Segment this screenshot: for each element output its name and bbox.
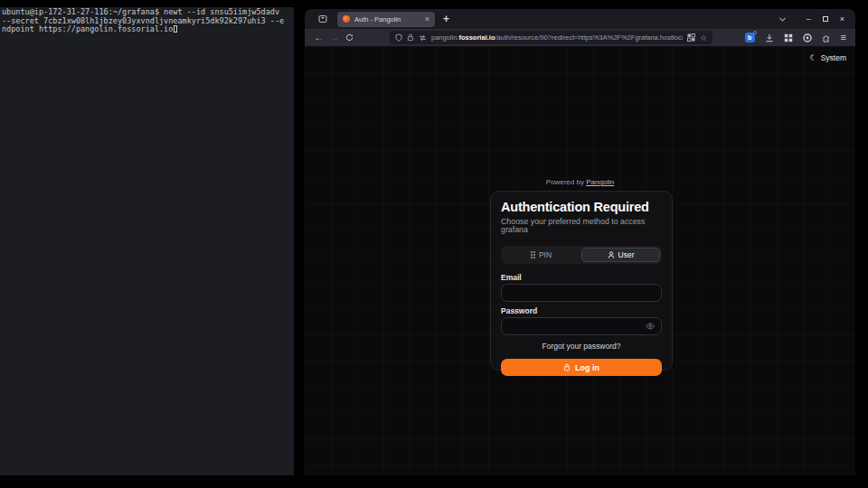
forgot-password-link[interactable]: Forgot your password? <box>501 343 662 351</box>
containers-icon[interactable] <box>687 33 695 42</box>
card-title: Authentication Required <box>501 201 662 214</box>
toolbar-extensions: b ≡ <box>745 33 846 42</box>
auth-method-tabs: PIN User <box>501 246 662 264</box>
window-close-button[interactable]: × <box>840 15 844 23</box>
forward-button[interactable]: → <box>326 33 342 42</box>
extension-badge <box>753 31 757 34</box>
back-button[interactable]: ← <box>311 33 326 42</box>
login-lock-icon <box>563 363 571 371</box>
extensions-puzzle-icon[interactable] <box>822 33 831 42</box>
auth-card: Authentication Required Choose your pref… <box>490 191 673 371</box>
reload-button[interactable] <box>342 33 357 42</box>
terminal-line: ndpoint https://pangolin.fossorial.io <box>2 25 292 34</box>
pangolin-link[interactable]: Pangolin <box>586 178 614 186</box>
browser-toolbar: ← → pangolin.fossorial.io/auth/resource/… <box>305 29 855 46</box>
moon-icon: ☾ <box>810 53 817 62</box>
terminal-cursor <box>174 25 177 33</box>
list-tabs-chevron-icon[interactable] <box>778 15 787 23</box>
pangolin-favicon-icon <box>343 15 350 23</box>
new-tab-button[interactable]: + <box>443 14 449 23</box>
password-field[interactable] <box>501 317 662 335</box>
permissions-exchange-icon[interactable] <box>419 34 427 42</box>
downloads-icon[interactable] <box>765 33 774 42</box>
powered-by: Powered by Pangolin <box>305 178 855 186</box>
tab-title: Auth - Pangolin <box>354 15 421 23</box>
tracking-shield-icon[interactable] <box>395 33 402 42</box>
desktop: ubuntu@ip-172-31-27-116:~/grafana$ newt … <box>0 0 868 488</box>
card-subtitle: Choose your preferred method to access g… <box>501 218 662 234</box>
login-button[interactable]: Log in <box>501 359 662 376</box>
browser-window: Auth - Pangolin × + – × ← → <box>305 9 855 475</box>
minimize-button[interactable]: – <box>807 15 811 23</box>
url-text: pangolin.fossorial.io/auth/resource/90?r… <box>431 33 683 42</box>
tab-pin[interactable]: PIN <box>503 248 580 262</box>
url-bar[interactable]: pangolin.fossorial.io/auth/resource/90?r… <box>390 31 712 44</box>
tab-user[interactable]: User <box>581 248 660 262</box>
password-label: Password <box>501 307 662 314</box>
theme-toggle-label: System <box>821 53 846 62</box>
window-controls: – × <box>807 15 844 23</box>
email-field[interactable] <box>501 284 662 302</box>
firefox-view-icon[interactable] <box>318 14 327 23</box>
page-content: ☾ System Powered by Pangolin Authenticat… <box>305 46 855 475</box>
pin-keypad-icon <box>531 251 535 258</box>
browser-tabbar: Auth - Pangolin × + – × <box>305 9 855 29</box>
adblock-circle-icon[interactable] <box>803 33 812 42</box>
terminal-panel[interactable]: ubuntu@ip-172-31-27-116:~/grafana$ newt … <box>0 7 294 475</box>
tab-close-icon[interactable]: × <box>421 15 429 23</box>
apps-grid-icon[interactable] <box>784 33 793 42</box>
browser-tab-active[interactable]: Auth - Pangolin × <box>337 12 435 27</box>
email-label: Email <box>501 274 662 281</box>
maximize-button[interactable] <box>823 16 828 22</box>
show-password-eye-icon[interactable] <box>646 323 655 330</box>
password-manager-extension-icon[interactable]: b <box>745 33 755 42</box>
theme-toggle[interactable]: ☾ System <box>810 53 846 62</box>
tab-pin-label: PIN <box>539 250 552 259</box>
tab-user-label: User <box>618 250 635 259</box>
bookmark-star-icon[interactable]: ☆ <box>700 33 707 42</box>
login-button-label: Log in <box>575 363 599 372</box>
lock-icon[interactable] <box>407 33 414 42</box>
user-icon <box>608 251 615 258</box>
menu-icon[interactable]: ≡ <box>841 33 846 42</box>
